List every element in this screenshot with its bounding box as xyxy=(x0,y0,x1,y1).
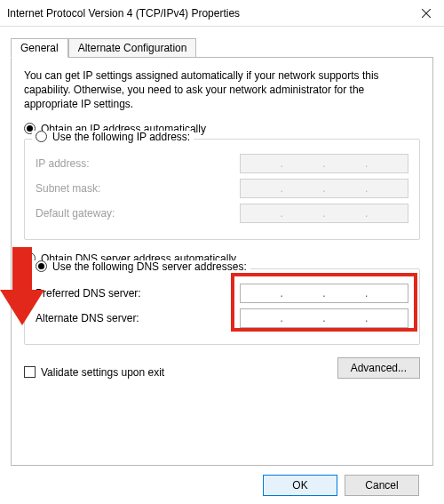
subnet-mask-label: Subnet mask: xyxy=(36,182,178,195)
checkbox-label: Validate settings upon exit xyxy=(41,366,164,379)
radio-label: Use the following IP address: xyxy=(52,131,190,143)
default-gateway-input: ... xyxy=(240,204,408,223)
radio-label: Use the following DNS server addresses: xyxy=(52,260,247,273)
alternate-dns-input[interactable]: ... xyxy=(240,308,408,328)
ok-button[interactable]: OK xyxy=(263,475,337,496)
field-preferred-dns: Preferred DNS server: ... xyxy=(36,284,408,303)
preferred-dns-input[interactable]: ... xyxy=(240,284,408,303)
field-ip-address: IP address: ... xyxy=(36,154,408,173)
bottom-row: Validate settings upon exit Advanced... xyxy=(24,357,420,379)
radio-icon xyxy=(36,260,47,272)
alternate-dns-label: Alternate DNS server: xyxy=(36,312,178,324)
advanced-button[interactable]: Advanced... xyxy=(337,357,420,379)
subnet-mask-input: ... xyxy=(240,179,408,198)
field-default-gateway: Default gateway: ... xyxy=(36,204,408,223)
default-gateway-label: Default gateway: xyxy=(36,207,178,220)
tab-general[interactable]: General xyxy=(11,38,68,58)
ip-address-label: IP address: xyxy=(36,157,178,170)
window-title: Internet Protocol Version 4 (TCP/IPv4) P… xyxy=(7,7,240,20)
description-text: You can get IP settings assigned automat… xyxy=(24,68,420,112)
field-subnet-mask: Subnet mask: ... xyxy=(36,179,408,198)
dialog-content: General Alternate Configuration You can … xyxy=(0,27,444,504)
checkbox-validate-settings[interactable]: Validate settings upon exit xyxy=(24,366,164,379)
titlebar: Internet Protocol Version 4 (TCP/IPv4) P… xyxy=(0,0,444,27)
dialog-buttons: OK Cancel xyxy=(11,466,433,496)
cancel-button[interactable]: Cancel xyxy=(345,475,419,496)
tabpage-general: You can get IP settings assigned automat… xyxy=(11,57,433,466)
group-dns-manual: Use the following DNS server addresses: … xyxy=(24,268,420,345)
tab-strip: General Alternate Configuration xyxy=(11,36,433,57)
ip-address-input: ... xyxy=(240,154,408,173)
close-icon xyxy=(422,9,431,18)
field-alternate-dns: Alternate DNS server: ... xyxy=(36,308,408,328)
close-button[interactable] xyxy=(408,0,444,27)
tab-alternate-configuration[interactable]: Alternate Configuration xyxy=(68,38,197,57)
preferred-dns-label: Preferred DNS server: xyxy=(36,287,178,300)
radio-use-following-ip[interactable]: Use the following IP address: xyxy=(36,131,190,143)
checkbox-icon xyxy=(24,366,36,378)
group-ip-manual: Use the following IP address: IP address… xyxy=(24,139,420,240)
radio-icon xyxy=(36,131,47,142)
radio-use-following-dns[interactable]: Use the following DNS server addresses: xyxy=(36,260,247,273)
